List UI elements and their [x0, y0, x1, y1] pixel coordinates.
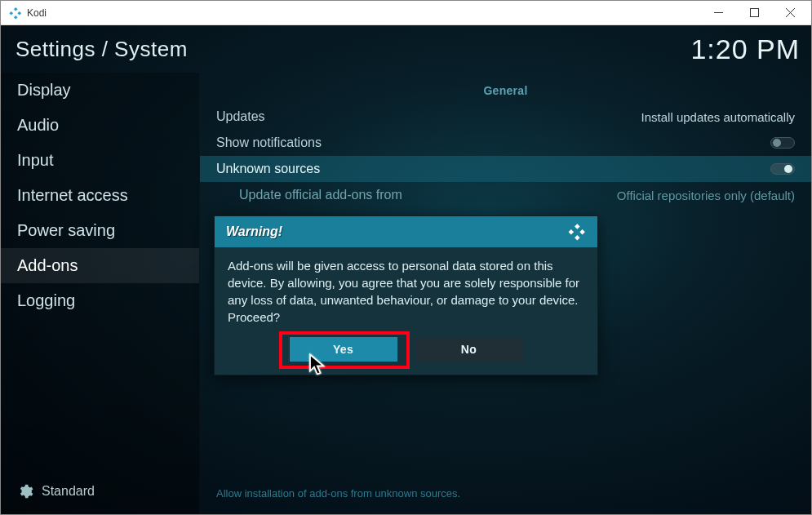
footer-hint: Allow installation of add-ons from unkno… [216, 487, 460, 499]
settings-level-label: Standard [42, 484, 95, 499]
section-header: General [216, 79, 795, 104]
window-controls [700, 2, 808, 24]
setting-unknown-sources[interactable]: Unknown sources [200, 156, 811, 182]
warning-dialog: Warning! Add-ons will be given access to… [214, 215, 598, 375]
svg-rect-10 [579, 229, 584, 234]
no-button[interactable]: No [415, 337, 523, 362]
toggle-off-icon[interactable] [770, 137, 795, 149]
sidebar-item-input[interactable]: Input [1, 143, 199, 178]
minimize-button[interactable] [700, 2, 736, 24]
window: Kodi Settings / System 1:20 PM Display A… [0, 0, 812, 515]
dialog-title-text: Warning! [226, 224, 282, 239]
setting-label: Unknown sources [216, 162, 320, 176]
gear-icon [17, 483, 33, 499]
setting-show-notifications[interactable]: Show notifications [216, 130, 795, 156]
window-title: Kodi [27, 7, 700, 19]
setting-value: Official repositories only (default) [617, 189, 795, 202]
dialog-body: Add-ons will be given access to personal… [215, 247, 597, 337]
svg-rect-4 [714, 12, 723, 13]
dialog-titlebar: Warning! [215, 216, 597, 247]
svg-rect-1 [9, 11, 13, 15]
settings-level[interactable]: Standard [1, 473, 199, 514]
svg-rect-8 [575, 224, 579, 229]
app-body: Settings / System 1:20 PM Display Audio … [1, 25, 811, 514]
titlebar: Kodi [1, 1, 811, 25]
setting-label: Updates [216, 109, 265, 124]
clock: 1:20 PM [690, 33, 800, 65]
sidebar-item-power-saving[interactable]: Power saving [1, 213, 199, 248]
setting-label: Show notifications [216, 135, 322, 150]
maximize-button[interactable] [736, 2, 772, 24]
setting-value: Install updates automatically [641, 110, 795, 124]
header-row: Settings / System 1:20 PM [1, 25, 811, 73]
svg-rect-9 [569, 229, 574, 234]
svg-rect-0 [14, 7, 18, 11]
svg-rect-2 [17, 11, 21, 15]
sidebar: Display Audio Input Internet access Powe… [1, 73, 200, 514]
sidebar-item-logging[interactable]: Logging [1, 283, 199, 318]
sidebar-item-add-ons[interactable]: Add-ons [1, 248, 199, 283]
setting-update-addons-from[interactable]: Update official add-ons from Official re… [216, 182, 795, 208]
sidebar-items: Display Audio Input Internet access Powe… [1, 73, 199, 473]
close-button[interactable] [772, 2, 808, 24]
sidebar-item-internet-access[interactable]: Internet access [1, 178, 199, 213]
setting-label: Update official add-ons from [239, 188, 402, 202]
sidebar-item-display[interactable]: Display [1, 73, 199, 108]
breadcrumb: Settings / System [16, 37, 188, 62]
svg-rect-11 [575, 235, 579, 240]
setting-updates[interactable]: Updates Install updates automatically [216, 104, 795, 130]
dialog-buttons: Yes No [215, 337, 597, 375]
yes-button[interactable]: Yes [290, 337, 397, 362]
svg-rect-5 [750, 9, 758, 17]
svg-rect-3 [14, 15, 18, 19]
kodi-logo-icon [568, 223, 586, 241]
kodi-app-icon [9, 7, 22, 20]
sidebar-item-audio[interactable]: Audio [1, 108, 199, 143]
toggle-on-icon[interactable] [770, 163, 795, 175]
